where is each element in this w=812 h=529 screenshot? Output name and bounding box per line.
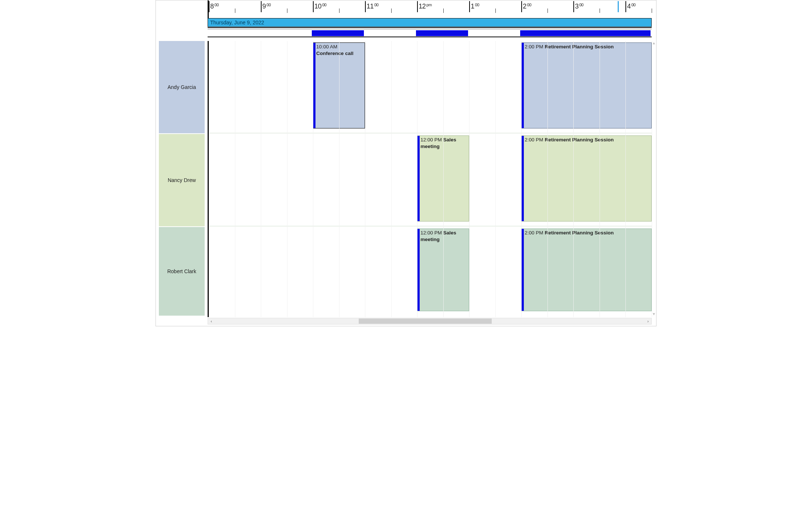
ruler-hour-label: 100 (471, 3, 479, 10)
timeline-body[interactable]: 10:00 AMConference call2:00 PM Retiremen… (208, 41, 652, 317)
ruler-tick-minor (443, 8, 444, 13)
appointment-time: 10:00 AM (316, 44, 337, 49)
appointment-title: Retirement Planning Session (545, 44, 614, 49)
appointment-content: 2:00 PM Retirement Planning Session (525, 44, 650, 50)
ruler-tick-major (521, 1, 522, 12)
ruler-hour-label: 400 (627, 3, 635, 10)
appointment-busy-bar (417, 136, 420, 221)
timeline-gridline (391, 41, 392, 317)
ruler-tick-minor (235, 8, 235, 13)
resource-label: Nancy Drew (168, 177, 196, 183)
ruler-left-pad (156, 0, 208, 18)
timeline-gridline (573, 41, 574, 317)
ruler-hour-minutes: 00 (526, 3, 531, 7)
timeline-gridline (235, 41, 235, 317)
busy-segment (416, 30, 468, 36)
appointment-content: 2:00 PM Retirement Planning Session (525, 137, 650, 143)
busy-segment (312, 30, 364, 36)
timeline-gridline (261, 41, 261, 317)
ruler-hour-minutes: 00 (631, 3, 635, 7)
busy-indicator-row (208, 29, 652, 37)
appointment-title: Retirement Planning Session (545, 230, 614, 236)
timeline-gridline (521, 41, 522, 317)
scroll-left-button[interactable]: ‹ (208, 318, 215, 324)
date-header-label: Thursday, June 9, 2022 (210, 20, 264, 25)
horizontal-scrollbar[interactable]: ‹ › (208, 318, 652, 324)
ruler-tick-minor (600, 8, 600, 13)
vertical-scrollbar[interactable]: ▲ ▼ (652, 41, 656, 317)
ruler-tick-major (365, 1, 366, 12)
ruler-tick-major (261, 1, 262, 12)
ruler-hour-label: 800 (210, 3, 219, 10)
timeline-gridline (365, 41, 365, 317)
appointment-time: 12:00 PM (420, 230, 442, 236)
timeline-gridline (469, 41, 470, 317)
lane-robert[interactable]: 12:00 PM Sales meeting2:00 PM Retirement… (209, 227, 652, 316)
appointment[interactable]: 2:00 PM Retirement Planning Session (521, 229, 652, 311)
ruler-hour-label: 1000 (314, 3, 326, 10)
ruler-hour-minutes: 00 (321, 3, 326, 7)
busy-segment (520, 30, 651, 36)
lane-nancy[interactable]: 12:00 PM Sales meeting2:00 PM Retirement… (209, 134, 652, 226)
current-time-indicator (618, 1, 619, 12)
appointment-title: Conference call (316, 51, 354, 56)
chevron-left-icon: ‹ (211, 319, 212, 323)
scroll-up-button[interactable]: ▲ (652, 41, 656, 46)
timeline-gridline (443, 41, 444, 317)
timeline-gridline (209, 41, 209, 317)
chevron-down-icon: ▼ (652, 312, 656, 316)
ruler-hour-minutes: 00 (214, 3, 219, 7)
timeline-gridline (600, 41, 600, 317)
appointment-time: 2:00 PM (525, 44, 543, 49)
appointment-busy-bar (313, 43, 315, 128)
scroll-down-button[interactable]: ▼ (652, 312, 656, 317)
timeline-gridline (339, 41, 340, 317)
appointment-title: Retirement Planning Session (545, 137, 614, 142)
timeline-gridline (547, 41, 548, 317)
ruler-hour-label: 1100 (366, 3, 378, 10)
appointment-busy-bar (522, 43, 524, 128)
resource-cell-robert[interactable]: Robert Clark (159, 227, 205, 316)
appointment[interactable]: 2:00 PM Retirement Planning Session (521, 42, 652, 128)
ruler-tick-minor (495, 8, 496, 13)
ruler-tick-minor (339, 8, 340, 13)
timeline-gridline (495, 41, 496, 317)
resource-cell-andy[interactable]: Andy Garcia (159, 41, 205, 133)
resource-label: Robert Clark (167, 268, 197, 274)
ruler-hour-label: 200 (523, 3, 531, 10)
resource-cell-nancy[interactable]: Nancy Drew (159, 134, 205, 226)
ruler-tick-major (417, 1, 418, 12)
scroll-thumb[interactable] (359, 319, 492, 324)
chevron-up-icon: ▲ (652, 41, 656, 45)
appointment[interactable]: 2:00 PM Retirement Planning Session (521, 135, 652, 221)
ruler-tick-minor (391, 8, 392, 13)
time-ruler: 8009001000110012pm100200300400 (208, 0, 652, 18)
appointment-content: 12:00 PM Sales meeting (420, 230, 467, 243)
appointment-time: 12:00 PM (420, 137, 442, 142)
ruler-tick-major (625, 1, 626, 12)
ruler-hour-minutes: 00 (373, 3, 378, 7)
ruler-hour-minutes: 00 (579, 3, 583, 7)
appointment-busy-bar (522, 136, 524, 221)
scroll-right-button[interactable]: › (645, 318, 651, 324)
chevron-right-icon: › (647, 319, 649, 323)
date-header-separator (208, 27, 652, 28)
appointment-time: 2:00 PM (525, 137, 543, 142)
appointment-busy-bar (522, 229, 524, 311)
date-header[interactable]: Thursday, June 9, 2022 (208, 18, 652, 27)
ruler-hour-label: 900 (262, 3, 271, 10)
lane-andy[interactable]: 10:00 AMConference call2:00 PM Retiremen… (209, 41, 652, 133)
appointment-content: 10:00 AMConference call (316, 44, 363, 57)
appointment-content: 12:00 PM Sales meeting (420, 137, 467, 150)
appointment-content: 2:00 PM Retirement Planning Session (525, 230, 650, 236)
resource-label: Andy Garcia (167, 84, 196, 90)
timeline-gridline (313, 41, 313, 317)
ruler-hour-minutes: pm (426, 3, 431, 7)
ruler-tick-minor (547, 8, 548, 13)
appointment-busy-bar (417, 229, 420, 311)
ruler-hour-label: 12pm (419, 3, 431, 10)
appointment-time: 2:00 PM (525, 230, 543, 236)
ruler-tick-minor (652, 8, 652, 13)
ruler-tick-major (209, 1, 209, 12)
ruler-tick-major (313, 1, 314, 12)
